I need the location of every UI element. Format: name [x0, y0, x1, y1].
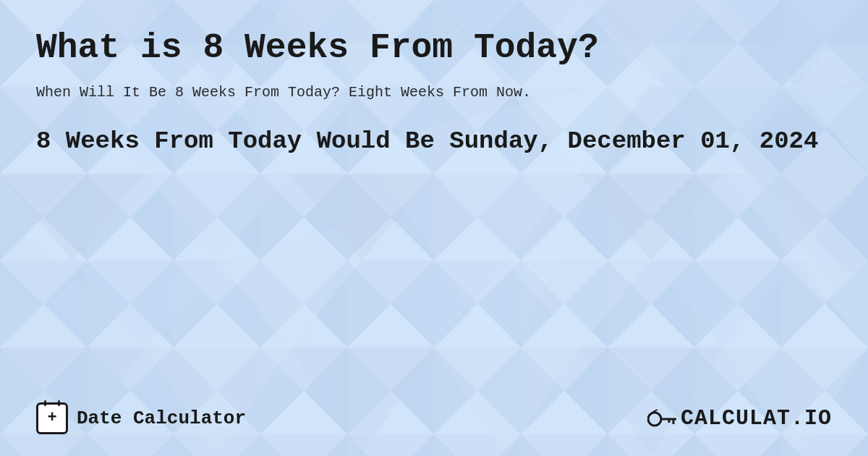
calendar-icon: + — [36, 402, 68, 434]
svg-point-61 — [648, 413, 661, 426]
page-subtitle: When Will It Be 8 Weeks From Today? Eigh… — [36, 82, 832, 104]
date-calculator-branding: + Date Calculator — [36, 402, 246, 434]
date-calculator-label: Date Calculator — [77, 408, 246, 429]
result-text: 8 Weeks From Today Would Be Sunday, Dece… — [36, 125, 832, 157]
header-section: What is 8 Weeks From Today? When Will It… — [36, 29, 832, 104]
calendar-plus-sign: + — [47, 410, 56, 426]
logo-key-icon — [647, 406, 676, 431]
logo-text: CALCULAT.IO — [681, 406, 832, 431]
site-logo: CALCULAT.IO — [647, 406, 832, 431]
footer: + Date Calculator CALCULAT.IO — [36, 388, 832, 434]
result-section: 8 Weeks From Today Would Be Sunday, Dece… — [36, 125, 832, 157]
page-title: What is 8 Weeks From Today? — [36, 29, 832, 67]
